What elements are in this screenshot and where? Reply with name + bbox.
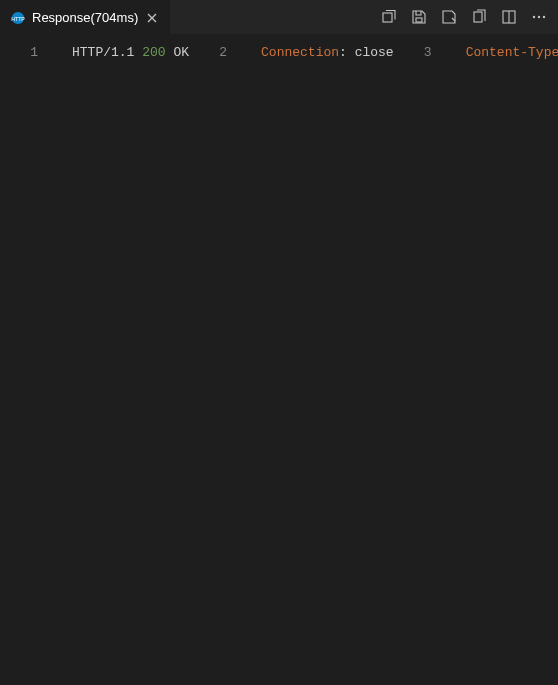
fold-toggle [56, 41, 72, 64]
tab-bar: HTTP Response(704ms) [0, 0, 558, 35]
line-content: Content-Type: application/json [466, 41, 558, 64]
code-line: 2Connection: close [189, 41, 394, 64]
svg-point-6 [533, 16, 535, 18]
line-content: HTTP/1.1 200 OK [72, 41, 189, 64]
save-all-icon[interactable] [380, 8, 398, 26]
tab-label: Response(704ms) [32, 10, 138, 25]
close-icon[interactable] [144, 10, 160, 26]
tab-response[interactable]: HTTP Response(704ms) [0, 0, 170, 34]
fold-toggle [245, 41, 261, 64]
svg-point-8 [543, 16, 545, 18]
code-line: 3Content-Type: application/json [394, 41, 558, 64]
svg-text:HTTP: HTTP [11, 15, 25, 21]
line-number: 2 [189, 41, 245, 64]
svg-rect-4 [474, 12, 482, 22]
fold-toggle [450, 41, 466, 64]
http-file-icon: HTTP [10, 10, 26, 26]
svg-point-7 [538, 16, 540, 18]
line-content: Connection: close [261, 41, 394, 64]
save-icon[interactable] [410, 8, 428, 26]
save-as-icon[interactable] [440, 8, 458, 26]
code-line: 1HTTP/1.1 200 OK [0, 41, 189, 64]
svg-rect-2 [383, 13, 392, 22]
line-number: 1 [0, 41, 56, 64]
copy-icon[interactable] [470, 8, 488, 26]
editor[interactable]: 1HTTP/1.1 200 OK2Connection: close3Conte… [0, 35, 558, 64]
svg-rect-3 [416, 18, 422, 22]
line-number: 3 [394, 41, 450, 64]
split-editor-icon[interactable] [500, 8, 518, 26]
tab-actions [380, 8, 558, 26]
more-icon[interactable] [530, 8, 548, 26]
